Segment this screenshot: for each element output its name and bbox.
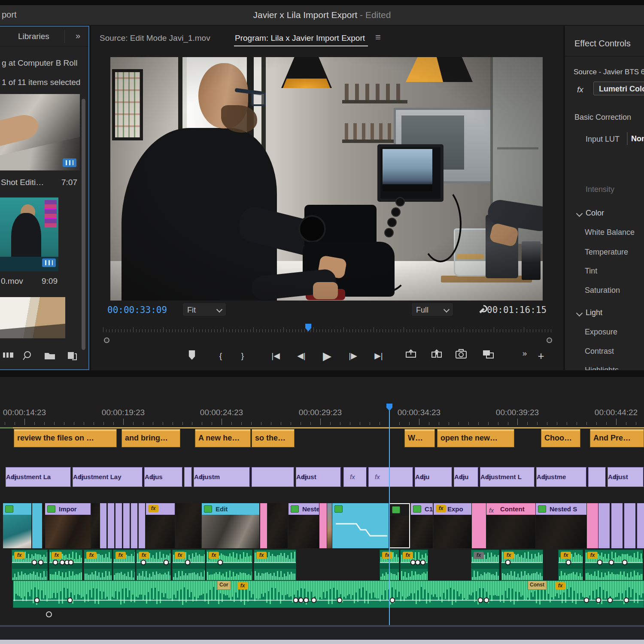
- zoom-level-dropdown[interactable]: Fit: [182, 303, 226, 316]
- add-marker-button[interactable]: [189, 350, 195, 360]
- lumetri-color-effect-button[interactable]: Lumetri Colo: [593, 82, 644, 95]
- keyframe-dot[interactable]: [390, 598, 395, 603]
- extract-button[interactable]: [431, 349, 442, 364]
- adjustment-layer-clip[interactable]: fxAdjustment Lay: [73, 467, 143, 487]
- mark-out-button[interactable]: }: [241, 349, 244, 363]
- keyframe-dot[interactable]: [34, 598, 40, 603]
- audio-clip[interactable]: fx: [172, 550, 205, 580]
- adjustment-layer-clip[interactable]: fxAdjustment L: [480, 467, 535, 487]
- keyframe-dot[interactable]: [53, 560, 58, 565]
- video-clip[interactable]: [319, 503, 327, 548]
- adjustment-layer-clip[interactable]: fxAdjustm: [194, 467, 250, 487]
- param-temperature[interactable]: Temperature: [585, 248, 628, 257]
- adjustment-layer-clip[interactable]: fx: [368, 467, 413, 487]
- panel-overflow-icon[interactable]: »: [76, 31, 80, 41]
- param-exposure[interactable]: Exposure: [585, 328, 617, 337]
- caption-clip[interactable]: so the…: [252, 429, 295, 447]
- monitor-scrub-bar[interactable]: [103, 324, 553, 333]
- keyframe-dot[interactable]: [622, 560, 628, 565]
- keyframe-dot[interactable]: [608, 598, 613, 603]
- audio-transition-label[interactable]: Const: [528, 580, 547, 590]
- adjustment-layer-clip[interactable]: [184, 467, 192, 487]
- folder-icon[interactable]: [44, 350, 57, 361]
- step-forward-button[interactable]: |▶: [349, 349, 357, 363]
- gain-line[interactable]: [113, 562, 135, 563]
- audio-clip[interactable]: fx: [206, 550, 252, 580]
- button-editor-overflow[interactable]: »: [522, 346, 527, 361]
- keyframe-ring[interactable]: [46, 611, 52, 617]
- adjustment-layer-clip[interactable]: fxAdjust: [296, 467, 341, 487]
- video-clip[interactable]: Nested S: [536, 503, 586, 548]
- video-clip[interactable]: [327, 503, 332, 548]
- search-icon[interactable]: [22, 350, 35, 361]
- section-basic-correction[interactable]: Basic Correction: [574, 113, 644, 122]
- param-tint[interactable]: Tint: [585, 267, 597, 276]
- video-clip[interactable]: [100, 503, 145, 548]
- library-scrollbar[interactable]: [82, 99, 85, 350]
- gain-line[interactable]: [84, 562, 112, 563]
- caption-clip[interactable]: Choo…: [541, 429, 580, 447]
- go-to-out-button[interactable]: ▶|: [374, 349, 383, 363]
- keyframe-dot[interactable]: [337, 598, 343, 603]
- icon-view-icon[interactable]: [3, 350, 15, 361]
- keyframe-dot[interactable]: [304, 598, 309, 603]
- keyframe-dot[interactable]: [218, 560, 223, 565]
- caption-clip[interactable]: open the new…: [437, 429, 514, 447]
- caption-clip[interactable]: and bring…: [122, 429, 180, 447]
- scrollbar-right-knob[interactable]: [547, 337, 552, 343]
- keyframe-dot[interactable]: [478, 598, 483, 603]
- group-light[interactable]: Light: [586, 308, 602, 317]
- library-clip-thumbnail[interactable]: [0, 94, 80, 170]
- param-saturation[interactable]: Saturation: [585, 286, 620, 295]
- keyframe-dot[interactable]: [566, 560, 571, 565]
- panel-menu-icon[interactable]: ≡: [375, 32, 381, 43]
- keyframe-dot[interactable]: [505, 560, 510, 565]
- audio-clip[interactable]: fx: [136, 550, 171, 580]
- keyframe-dot[interactable]: [609, 560, 614, 565]
- play-button[interactable]: ▶: [323, 349, 331, 363]
- audio-clip[interactable]: fx: [558, 550, 583, 580]
- audio-clip[interactable]: fx: [113, 550, 135, 580]
- input-lut-dropdown[interactable]: Non: [627, 132, 644, 145]
- adjustment-layer-clip[interactable]: [588, 467, 606, 487]
- library-clip-thumbnail[interactable]: [0, 297, 65, 338]
- playhead-line[interactable]: [389, 407, 390, 625]
- audio-clip[interactable]: fx: [585, 550, 643, 580]
- audio-clip[interactable]: fx: [12, 550, 48, 580]
- adjustment-layer-clip[interactable]: fxAdju: [454, 467, 479, 487]
- adjustment-layer-clip[interactable]: fxAdjustment La: [6, 467, 71, 487]
- lift-button[interactable]: [405, 349, 416, 364]
- video-clip[interactable]: Nested S: [289, 503, 319, 548]
- video-clip[interactable]: [91, 503, 100, 548]
- gain-line[interactable]: [254, 562, 296, 563]
- audio-clip[interactable]: fx: [84, 550, 112, 580]
- video-clip[interactable]: [3, 503, 31, 548]
- adjustment-layer-clip[interactable]: [252, 467, 295, 487]
- adjustment-layer-clip[interactable]: fx: [343, 467, 367, 487]
- audio-clip[interactable]: fx: [501, 550, 543, 580]
- caption-clip[interactable]: W…: [404, 429, 435, 447]
- adjustment-layer-clip[interactable]: fxAdjus: [144, 467, 183, 487]
- gain-line[interactable]: [207, 562, 252, 563]
- monitor-zoom-scrollbar[interactable]: [104, 337, 552, 343]
- audio-clip[interactable]: fx: [254, 550, 296, 580]
- keyframe-dot[interactable]: [484, 598, 489, 603]
- param-highlights[interactable]: Highlights: [585, 366, 619, 370]
- caption-clip[interactable]: A new he…: [195, 429, 251, 447]
- library-clip-thumbnail[interactable]: [0, 197, 58, 271]
- caption-clip[interactable]: review the files on …: [14, 429, 117, 447]
- tab-source-monitor[interactable]: Source: Edit Mode Javi_1.mov: [100, 33, 210, 43]
- video-clip[interactable]: [598, 503, 644, 548]
- video-clip[interactable]: [332, 503, 389, 548]
- playback-resolution-dropdown[interactable]: Full: [411, 303, 453, 316]
- audio-clip[interactable]: fx: [471, 550, 499, 580]
- chevron-down-icon[interactable]: [576, 310, 583, 317]
- add-button[interactable]: +: [538, 349, 544, 363]
- video-clip[interactable]: [472, 503, 486, 548]
- video-clip[interactable]: [389, 503, 410, 548]
- video-clip[interactable]: fxExpo: [434, 503, 471, 548]
- comparison-view-icon[interactable]: [482, 349, 494, 364]
- keyframe-dot[interactable]: [68, 560, 73, 565]
- adjustment-layer-clip[interactable]: fxAdjustme: [536, 467, 587, 487]
- audio-clip[interactable]: fx: [49, 550, 82, 580]
